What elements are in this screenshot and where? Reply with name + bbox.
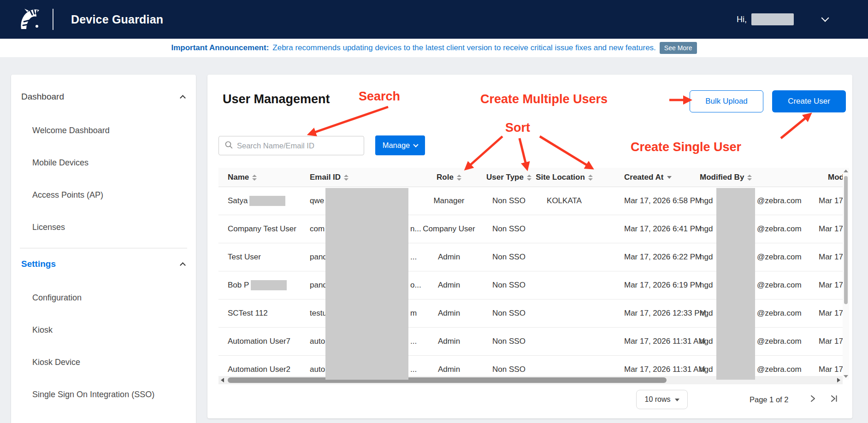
scroll-right-icon[interactable]: [837, 378, 840, 382]
settings-items: Configuration Kiosk Kiosk Device Single …: [11, 282, 196, 411]
last-page-button[interactable]: [828, 393, 840, 405]
rows-per-page-select[interactable]: 10 rows: [636, 390, 688, 409]
column-label: Modified By: [700, 173, 744, 182]
rows-per-page-value: 10 rows: [644, 395, 670, 404]
column-label: Created At: [624, 173, 663, 182]
cell-role: Admin: [424, 243, 474, 271]
cell-name: Company Test User: [228, 215, 310, 243]
navbar-divider: [53, 9, 53, 30]
column-label: Name: [228, 173, 249, 182]
column-header-name[interactable]: Name: [228, 168, 257, 187]
sidebar-item-licenses[interactable]: Licenses: [11, 211, 196, 243]
vertical-scrollbar-thumb[interactable]: [844, 176, 848, 304]
announcement-text: Zebra recommends updating devices to the…: [272, 43, 656, 53]
column-label: User Type: [486, 173, 524, 182]
column-label: Email ID: [310, 173, 341, 182]
cell-created-at: Mar 17, 2026 6:58 PM: [624, 187, 703, 215]
cell-user-type: Non SSO: [481, 271, 537, 299]
scroll-left-icon[interactable]: [221, 378, 224, 382]
collapse-caret-icon[interactable]: [180, 95, 186, 101]
column-header-email[interactable]: Email ID: [310, 168, 348, 187]
sidebar-item-kiosk[interactable]: Kiosk: [11, 314, 196, 346]
cell-created-at: Mar 17, 2026 6:22 PM: [624, 243, 703, 271]
cell-site-location: KOLKATA: [534, 187, 594, 215]
search-input[interactable]: [237, 141, 364, 150]
collapse-caret-icon[interactable]: [180, 262, 186, 268]
column-header-user-type[interactable]: User Type: [481, 168, 537, 187]
sidebar-divider: [20, 248, 187, 248]
manage-button-label: Manage: [383, 141, 410, 150]
annotation-sort-label: Sort: [505, 121, 530, 135]
scroll-up-icon[interactable]: [844, 170, 848, 172]
sidebar-item-welcome-dashboard[interactable]: Welcome Dashboard: [11, 114, 196, 147]
sidebar-section-label: Settings: [21, 259, 56, 269]
search-icon: [224, 141, 233, 151]
annotation-create-single-label: Create Single User: [631, 140, 741, 154]
column-header-modified-by[interactable]: Modified By: [700, 168, 752, 187]
column-label: Site Location: [536, 173, 585, 182]
sidebar-section-dashboard[interactable]: Dashboard: [11, 85, 196, 109]
column-header-created-at[interactable]: Created At: [624, 168, 672, 187]
sidebar: Dashboard Welcome Dashboard Mobile Devic…: [11, 75, 196, 423]
sidebar-section-settings[interactable]: Settings: [11, 252, 196, 276]
sort-desc-icon[interactable]: [667, 176, 672, 179]
cell-role: Admin: [424, 328, 474, 355]
annotation-create-multiple-label: Create Multiple Users: [480, 92, 608, 106]
announcement-label: Important Announcement:: [171, 43, 269, 53]
sidebar-item-configuration[interactable]: Configuration: [11, 282, 196, 314]
column-header-role[interactable]: Role: [424, 168, 474, 187]
chevron-down-icon[interactable]: [821, 14, 829, 22]
vertical-scrollbar[interactable]: [843, 168, 849, 380]
top-navbar: Device Guardian Hi,: [0, 0, 868, 39]
sidebar-item-sso[interactable]: Single Sign On Integration (SSO): [11, 378, 196, 411]
sort-icon[interactable]: [344, 175, 348, 181]
cell-modified-at: Mar 17, 2: [819, 215, 843, 243]
dashboard-items: Welcome Dashboard Mobile Devices Access …: [11, 114, 196, 243]
column-header-site-location[interactable]: Site Location: [534, 168, 594, 187]
sort-icon[interactable]: [747, 175, 752, 181]
cell-name: Satya: [228, 187, 310, 215]
search-box[interactable]: [218, 136, 364, 155]
sort-icon[interactable]: [252, 175, 257, 181]
user-greeting: Hi,: [737, 15, 747, 24]
cell-role: Admin: [424, 271, 474, 299]
user-menu[interactable]: Hi,: [737, 13, 828, 25]
horizontal-scrollbar-thumb[interactable]: [228, 377, 667, 383]
cell-modified-at: Mar 17, 2: [819, 243, 843, 271]
cell-site-location: [534, 328, 594, 355]
sidebar-item-access-points[interactable]: Access Points (AP): [11, 179, 196, 211]
sort-icon[interactable]: [527, 175, 531, 181]
cell-name: Automation User7: [228, 328, 310, 355]
redaction-block-modified-by-column: [716, 188, 755, 380]
scroll-down-icon[interactable]: [844, 375, 848, 378]
zebra-logo-icon[interactable]: [17, 6, 41, 33]
user-table: Name Email ID Role User Type Site Locati…: [218, 168, 843, 380]
column-header-modified-at-clipped[interactable]: Mod: [828, 168, 843, 187]
column-label: Mod: [828, 173, 843, 182]
redaction-block: [249, 196, 285, 206]
cell-modified-at: Mar 17, 2: [819, 300, 843, 327]
chevron-down-icon: [413, 142, 419, 147]
bulk-upload-button[interactable]: Bulk Upload: [690, 90, 763, 112]
cell-role: Manager: [424, 187, 474, 215]
sidebar-item-mobile-devices[interactable]: Mobile Devices: [11, 147, 196, 179]
redaction-block-email-column: [325, 188, 408, 380]
create-user-button[interactable]: Create User: [772, 90, 846, 112]
cell-user-type: Non SSO: [481, 215, 537, 243]
sidebar-item-kiosk-device[interactable]: Kiosk Device: [11, 346, 196, 378]
cell-name: SCTest 112: [228, 300, 310, 327]
redaction-block: [251, 280, 287, 290]
cell-user-type: Non SSO: [481, 187, 537, 215]
cell-name: Bob P: [228, 271, 310, 299]
sort-icon[interactable]: [588, 175, 593, 181]
next-page-button[interactable]: [807, 393, 819, 405]
manage-button[interactable]: Manage: [375, 135, 425, 155]
sort-icon[interactable]: [457, 175, 461, 181]
table-header: Name Email ID Role User Type Site Locati…: [218, 168, 843, 187]
cell-user-type: Non SSO: [481, 243, 537, 271]
cell-role: Admin: [424, 300, 474, 327]
cell-site-location: [534, 243, 594, 271]
annotation-search-label: Search: [359, 89, 400, 104]
see-more-button[interactable]: See More: [660, 42, 697, 54]
cell-modified-at: Mar 17, 2: [819, 328, 843, 355]
